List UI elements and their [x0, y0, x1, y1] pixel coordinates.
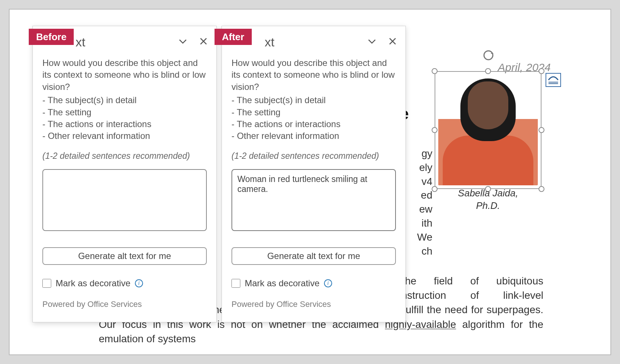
info-icon[interactable]: i — [135, 279, 143, 287]
resize-handle-ne[interactable] — [539, 68, 544, 74]
alt-text-panel-before: xt How would you describe this object an… — [32, 26, 217, 322]
layout-options-button[interactable] — [546, 73, 561, 87]
mark-decorative-label: Mark as decorative — [56, 278, 130, 288]
selection-outline — [435, 71, 541, 189]
svg-point-0 — [484, 51, 493, 60]
alt-text-input[interactable] — [231, 169, 396, 231]
resize-handle-nw[interactable] — [432, 68, 438, 74]
recommendation-text: (1-2 detailed sentences recommended) — [42, 151, 207, 161]
image-caption: Sabella Jaida, Ph.D. — [435, 187, 541, 212]
alt-text-panel-after: xt How would you describe this object an… — [222, 26, 406, 322]
generate-alt-text-button[interactable]: Generate alt text for me — [42, 247, 207, 265]
mark-decorative-checkbox[interactable] — [231, 279, 240, 288]
generate-alt-text-button[interactable]: Generate alt text for me — [231, 247, 396, 265]
recommendation-text: (1-2 detailed sentences recommended) — [231, 151, 396, 161]
collapse-icon[interactable] — [178, 36, 188, 48]
close-icon[interactable] — [388, 36, 397, 48]
mark-decorative-label: Mark as decorative — [245, 278, 320, 288]
panel-description: How would you describe this object and i… — [231, 57, 396, 142]
collapse-icon[interactable] — [367, 36, 377, 48]
close-icon[interactable] — [199, 36, 208, 48]
resize-handle-w[interactable] — [432, 127, 438, 133]
resize-handle-n[interactable] — [485, 68, 491, 74]
selected-image[interactable] — [435, 71, 541, 189]
after-badge: After — [215, 29, 252, 45]
panel-description: How would you describe this object and i… — [42, 57, 207, 142]
body-text-fragment-column: gy ely v4 ed ew ith We ch — [410, 147, 432, 258]
powered-by-label: Powered by Office Services — [231, 300, 396, 309]
alt-text-input[interactable] — [42, 169, 207, 231]
before-badge: Before — [29, 29, 74, 45]
outer-frame: April, 2024 ic erce gy ely v4 ed ew ith … — [9, 9, 611, 355]
info-icon[interactable]: i — [324, 279, 332, 287]
mark-decorative-checkbox[interactable] — [42, 279, 51, 288]
powered-by-label: Powered by Office Services — [42, 300, 207, 309]
resize-handle-e[interactable] — [539, 127, 544, 133]
rotate-handle-icon[interactable] — [482, 49, 495, 62]
